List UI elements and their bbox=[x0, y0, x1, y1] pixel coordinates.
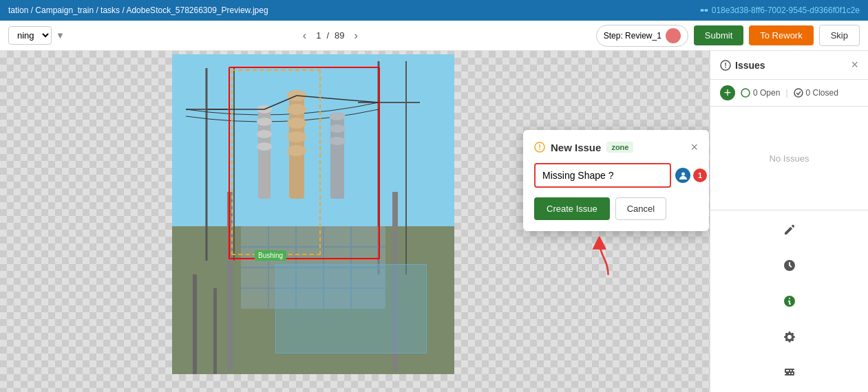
panel-body: No Issues bbox=[710, 107, 868, 210]
tab-closed[interactable]: 0 Closed bbox=[794, 88, 838, 98]
add-issue-button[interactable]: + bbox=[720, 85, 735, 100]
bushing-label: Bushing bbox=[255, 250, 286, 261]
panel-close-button[interactable]: × bbox=[851, 58, 858, 72]
panel-tabs: + 0 Open | 0 Closed bbox=[710, 80, 868, 107]
issues-icon: ! bbox=[720, 60, 731, 71]
history-icon bbox=[783, 259, 796, 272]
canvas-area[interactable]: Bushing ! New Issue zone × bbox=[0, 51, 710, 392]
skip-button[interactable]: Skip bbox=[819, 25, 860, 46]
link-icon bbox=[699, 6, 709, 15]
circle-icon bbox=[783, 294, 796, 308]
svg-text:!: ! bbox=[724, 61, 727, 69]
submit-button[interactable]: Submit bbox=[694, 25, 743, 45]
step-label: Step: Review_1 bbox=[604, 31, 661, 41]
tool-select[interactable]: ning bbox=[8, 26, 52, 45]
toolbar-right: Step: Review_1 Submit To Rework Skip bbox=[596, 25, 860, 47]
settings-button[interactable] bbox=[779, 326, 801, 348]
arrow-indicator bbox=[585, 237, 620, 281]
main-area: Bushing ! New Issue zone × bbox=[0, 51, 868, 392]
total-items-number: 89 bbox=[335, 30, 344, 41]
panel-header: ! Issues × bbox=[710, 51, 868, 80]
rework-button[interactable]: To Rework bbox=[749, 25, 813, 45]
keyboard-icon bbox=[783, 366, 796, 380]
selection-box-dashed bbox=[231, 69, 321, 255]
open-icon bbox=[741, 88, 750, 98]
breadcrumb-path: tation / Campaign_train / tasks / AdobeS… bbox=[8, 6, 268, 15]
gear-icon bbox=[783, 330, 796, 344]
issue-actions: Create Issue Cancel bbox=[534, 197, 698, 220]
panel-sidebar-icons bbox=[710, 210, 868, 392]
svg-point-43 bbox=[681, 172, 685, 175]
task-id: 018e3d38-8ff6-7002-9545-d9366f0f1c2e bbox=[699, 6, 860, 15]
top-navigation-bar: tation / Campaign_train / tasks / AdobeS… bbox=[0, 0, 868, 21]
history-button[interactable] bbox=[779, 254, 801, 276]
canvas-image: Bushing bbox=[172, 54, 454, 374]
issue-input-row: 1 bbox=[534, 163, 698, 188]
svg-point-47 bbox=[794, 89, 803, 97]
warning-icon: ! bbox=[534, 142, 545, 153]
popup-close-button[interactable]: × bbox=[690, 141, 698, 153]
svg-rect-39 bbox=[193, 274, 197, 374]
issues-nav-button[interactable] bbox=[779, 290, 801, 312]
keyboard-button[interactable] bbox=[779, 362, 801, 384]
user-icon bbox=[675, 168, 690, 183]
prev-item-button[interactable]: ‹ bbox=[299, 28, 310, 43]
current-item-number: 1 bbox=[316, 30, 321, 41]
tab-open[interactable]: 0 Open bbox=[741, 88, 780, 98]
new-issue-popup: ! New Issue zone × 1 Create Issue Ca bbox=[523, 130, 709, 231]
no-issues-label: No Issues bbox=[770, 153, 809, 164]
issue-text-input[interactable] bbox=[534, 163, 671, 188]
toolbar: ning ▼ ‹ 1 / 89 › Step: Review_1 Submit … bbox=[0, 21, 868, 51]
create-issue-button[interactable]: Create Issue bbox=[534, 197, 610, 220]
svg-text:!: ! bbox=[538, 143, 541, 151]
edit-icon bbox=[783, 223, 796, 237]
light-blue-overlay bbox=[275, 264, 427, 353]
issue-icons: 1 bbox=[675, 168, 707, 183]
closed-icon bbox=[794, 88, 803, 98]
step-badge: Step: Review_1 bbox=[596, 25, 688, 47]
avatar bbox=[666, 28, 681, 43]
edit-tool-button[interactable] bbox=[779, 219, 801, 241]
right-panel: ! Issues × + 0 Open | 0 Closed bbox=[710, 51, 868, 392]
cancel-button[interactable]: Cancel bbox=[615, 197, 666, 220]
panel-title: ! Issues bbox=[720, 60, 765, 71]
popup-title: ! New Issue zone bbox=[534, 142, 633, 153]
popup-header: ! New Issue zone × bbox=[534, 141, 698, 153]
svg-point-46 bbox=[741, 89, 750, 97]
svg-rect-2 bbox=[702, 10, 706, 11]
toolbar-left: ning ▼ bbox=[8, 26, 65, 45]
svg-rect-40 bbox=[213, 288, 217, 374]
pagination-controls: ‹ 1 / 89 › bbox=[299, 28, 362, 43]
priority-badge: 1 bbox=[693, 168, 707, 182]
next-item-button[interactable]: › bbox=[350, 28, 361, 43]
